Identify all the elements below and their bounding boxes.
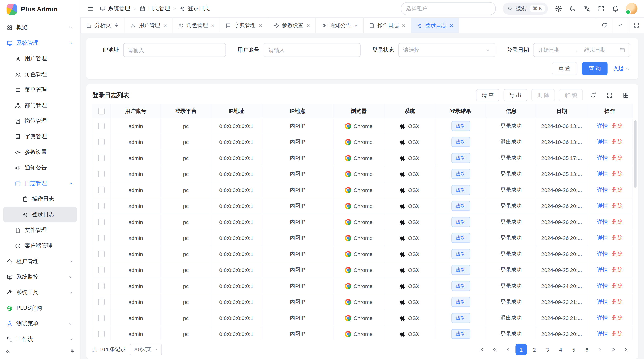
query-button[interactable]: 查 询 — [582, 62, 607, 75]
sidebar-item-dept-management[interactable]: 部门管理 — [3, 98, 77, 113]
detail-link[interactable]: 详情 — [597, 123, 608, 129]
delete-link[interactable]: 删除 — [612, 315, 623, 321]
date-range-picker[interactable]: 开始日期 → 结束日期 — [533, 43, 630, 57]
clear-button[interactable]: 清 空 — [476, 89, 500, 101]
next-page-button[interactable] — [594, 344, 606, 355]
detail-link[interactable]: 详情 — [597, 315, 608, 321]
tab-close-icon[interactable]: × — [402, 22, 406, 28]
sidebar-item-system-tools[interactable]: 系统工具 — [3, 285, 77, 300]
tab-notice[interactable]: 通知公告× — [316, 18, 364, 33]
tab-close-icon[interactable]: × — [164, 22, 167, 28]
tab-user-management[interactable]: 用户管理× — [125, 18, 173, 33]
sidebar-item-test-menu[interactable]: 测试菜单 — [3, 316, 77, 332]
sidebar-item-post-management[interactable]: 岗位管理 — [3, 113, 77, 129]
detail-link[interactable]: 详情 — [597, 139, 608, 145]
select-all-checkbox[interactable] — [98, 108, 105, 114]
sidebar-item-system-management[interactable]: 系统管理 — [3, 35, 77, 51]
detail-link[interactable]: 详情 — [597, 331, 608, 337]
detail-link[interactable]: 详情 — [597, 235, 608, 241]
delete-link[interactable]: 删除 — [612, 331, 623, 337]
sidebar-item-operation-log[interactable]: 操作日志 — [3, 191, 77, 207]
fullscreen-table-button[interactable] — [604, 89, 616, 101]
sidebar-item-system-monitor[interactable]: 系统监控 — [3, 269, 77, 285]
detail-link[interactable]: 详情 — [597, 251, 608, 257]
fullscreen-button[interactable] — [598, 5, 605, 12]
row-checkbox[interactable] — [98, 171, 105, 177]
row-checkbox[interactable] — [98, 219, 105, 225]
sidebar-item-user-management[interactable]: 用户管理 — [3, 51, 77, 66]
settings-button[interactable] — [555, 5, 562, 12]
delete-link[interactable]: 删除 — [612, 171, 623, 177]
delete-link[interactable]: 删除 — [612, 219, 623, 225]
delete-link[interactable]: 删除 — [612, 187, 623, 193]
last-page-button[interactable] — [620, 344, 632, 355]
row-checkbox[interactable] — [98, 155, 105, 161]
page-button-4[interactable]: 4 — [555, 344, 566, 355]
tab-close-icon[interactable]: × — [259, 22, 262, 28]
breadcrumb-item-login-log[interactable]: 登录日志 — [180, 5, 210, 12]
collapse-filter-link[interactable]: 收起 — [612, 65, 630, 72]
sidebar-item-login-log[interactable]: 登录日志 — [3, 207, 77, 222]
delete-link[interactable]: 删除 — [612, 267, 623, 273]
hamburger-menu-button[interactable] — [87, 5, 94, 12]
tab-role-management[interactable]: 角色管理× — [173, 18, 220, 33]
delete-link[interactable]: 删除 — [612, 139, 623, 145]
delete-link[interactable]: 删除 — [612, 299, 623, 305]
sidebar-item-param-settings[interactable]: 参数设置 — [3, 144, 77, 160]
search-button[interactable]: 搜索 ⌘ K — [502, 2, 548, 15]
notifications-button[interactable] — [612, 5, 619, 12]
tab-list-dropdown-button[interactable] — [612, 18, 628, 33]
tab-login-log[interactable]: 登录日志× — [411, 18, 459, 33]
detail-link[interactable]: 详情 — [597, 267, 608, 273]
detail-link[interactable]: 详情 — [597, 283, 608, 289]
page-button-1[interactable]: 1 — [516, 344, 527, 355]
row-checkbox[interactable] — [98, 283, 105, 290]
row-checkbox[interactable] — [98, 251, 105, 258]
row-checkbox[interactable] — [98, 187, 105, 193]
jump-back-button[interactable] — [489, 344, 500, 355]
detail-link[interactable]: 详情 — [597, 299, 608, 305]
sidebar-item-role-management[interactable]: 角色管理 — [3, 66, 77, 82]
content-fullscreen-button[interactable] — [628, 18, 644, 33]
export-button[interactable]: 导 出 — [504, 89, 527, 101]
account-input[interactable] — [264, 43, 361, 57]
detail-link[interactable]: 详情 — [597, 155, 608, 161]
row-checkbox[interactable] — [98, 299, 105, 305]
row-checkbox[interactable] — [98, 315, 105, 322]
avatar[interactable] — [626, 3, 638, 14]
row-checkbox[interactable] — [98, 139, 105, 145]
page-button-2[interactable]: 2 — [528, 344, 540, 355]
tab-close-icon[interactable]: × — [306, 22, 310, 28]
sidebar-item-dict-management[interactable]: 字典管理 — [3, 129, 77, 144]
delete-link[interactable]: 删除 — [612, 251, 623, 257]
page-size-select[interactable]: 20条/页 — [130, 344, 162, 355]
tab-param-settings[interactable]: 参数设置× — [268, 18, 316, 33]
status-select[interactable]: 请选择 — [398, 43, 495, 57]
row-checkbox[interactable] — [98, 267, 105, 273]
sidebar-item-menu-management[interactable]: 菜单管理 — [3, 82, 77, 98]
collapse-sidebar-button[interactable] — [5, 348, 11, 354]
detail-link[interactable]: 详情 — [597, 203, 608, 209]
tenant-select[interactable]: 选择租户 — [401, 2, 496, 15]
language-button[interactable] — [583, 5, 590, 12]
delete-button[interactable]: 删 除 — [531, 89, 555, 101]
ip-input[interactable] — [123, 43, 226, 57]
tab-close-icon[interactable]: × — [450, 22, 453, 28]
sidebar-item-workflow[interactable]: 工作流 — [3, 332, 77, 344]
row-checkbox[interactable] — [98, 235, 105, 241]
delete-link[interactable]: 删除 — [612, 283, 623, 289]
jump-forward-button[interactable] — [608, 344, 619, 355]
sidebar-item-tenant-management[interactable]: 租户管理 — [3, 254, 77, 269]
sidebar-item-notice[interactable]: 通知公告 — [3, 160, 77, 176]
sidebar-item-log-management[interactable]: 日志管理 — [3, 176, 77, 191]
row-checkbox[interactable] — [98, 331, 105, 337]
detail-link[interactable]: 详情 — [597, 187, 608, 193]
tab-close-icon[interactable]: × — [354, 22, 358, 28]
pin-sidebar-button[interactable] — [70, 348, 75, 354]
sidebar-item-overview[interactable]: 概览 — [3, 20, 77, 35]
row-checkbox[interactable] — [98, 123, 105, 129]
sidebar-item-file-management[interactable]: 文件管理 — [3, 222, 77, 238]
refresh-tab-button[interactable] — [596, 18, 612, 33]
delete-link[interactable]: 删除 — [612, 235, 623, 241]
delete-link[interactable]: 删除 — [612, 155, 623, 161]
